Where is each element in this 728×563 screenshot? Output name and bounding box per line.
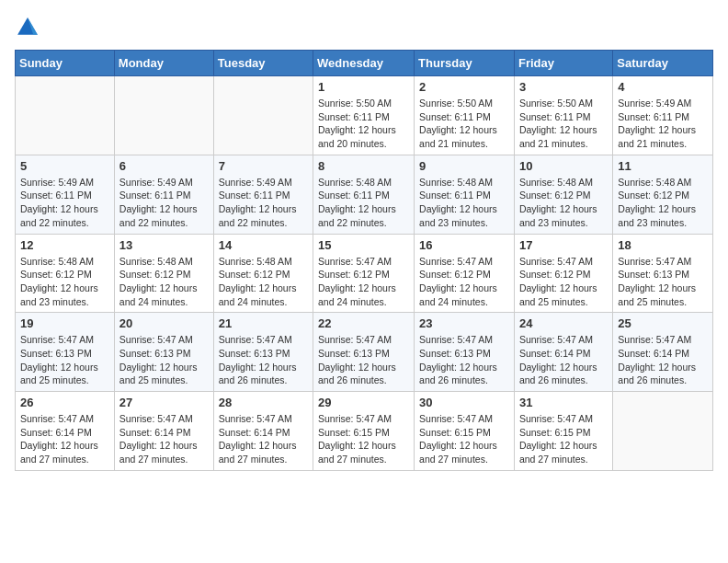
calendar-cell: 3Sunrise: 5:50 AM Sunset: 6:11 PM Daylig… — [514, 76, 612, 155]
day-number: 4 — [618, 80, 708, 94]
day-info: Sunrise: 5:47 AM Sunset: 6:13 PM Dayligh… — [20, 333, 109, 387]
day-number: 7 — [219, 159, 308, 173]
day-number: 12 — [20, 238, 109, 252]
day-info: Sunrise: 5:49 AM Sunset: 6:11 PM Dayligh… — [618, 97, 708, 151]
day-info: Sunrise: 5:48 AM Sunset: 6:12 PM Dayligh… — [219, 255, 308, 309]
calendar-cell: 19Sunrise: 5:47 AM Sunset: 6:13 PM Dayli… — [16, 313, 115, 392]
day-info: Sunrise: 5:48 AM Sunset: 6:12 PM Dayligh… — [618, 176, 708, 230]
calendar-cell: 13Sunrise: 5:48 AM Sunset: 6:12 PM Dayli… — [114, 234, 213, 313]
day-info: Sunrise: 5:48 AM Sunset: 6:11 PM Dayligh… — [419, 176, 509, 230]
day-number: 23 — [419, 316, 509, 330]
day-info: Sunrise: 5:47 AM Sunset: 6:14 PM Dayligh… — [119, 412, 209, 466]
day-info: Sunrise: 5:47 AM Sunset: 6:13 PM Dayligh… — [318, 333, 409, 387]
calendar-cell: 28Sunrise: 5:47 AM Sunset: 6:14 PM Dayli… — [213, 392, 313, 471]
day-number: 25 — [618, 316, 708, 330]
day-info: Sunrise: 5:47 AM Sunset: 6:14 PM Dayligh… — [618, 333, 708, 387]
calendar-cell: 23Sunrise: 5:47 AM Sunset: 6:13 PM Dayli… — [415, 313, 515, 392]
day-number: 20 — [119, 316, 209, 330]
calendar-cell: 4Sunrise: 5:49 AM Sunset: 6:11 PM Daylig… — [613, 76, 713, 155]
day-number: 31 — [519, 396, 608, 409]
day-info: Sunrise: 5:47 AM Sunset: 6:14 PM Dayligh… — [219, 412, 308, 466]
day-number: 26 — [20, 396, 109, 409]
day-number: 10 — [519, 159, 608, 173]
weekday-header-saturday: Saturday — [613, 51, 713, 76]
day-info: Sunrise: 5:47 AM Sunset: 6:13 PM Dayligh… — [219, 333, 308, 387]
calendar-cell: 10Sunrise: 5:48 AM Sunset: 6:12 PM Dayli… — [514, 155, 612, 234]
day-info: Sunrise: 5:47 AM Sunset: 6:13 PM Dayligh… — [618, 255, 708, 309]
calendar-cell — [613, 392, 713, 471]
calendar-cell: 11Sunrise: 5:48 AM Sunset: 6:12 PM Dayli… — [613, 155, 713, 234]
calendar-cell — [114, 76, 213, 155]
day-info: Sunrise: 5:47 AM Sunset: 6:12 PM Dayligh… — [419, 255, 509, 309]
week-row-4: 19Sunrise: 5:47 AM Sunset: 6:13 PM Dayli… — [16, 313, 713, 392]
calendar-cell: 12Sunrise: 5:48 AM Sunset: 6:12 PM Dayli… — [16, 234, 115, 313]
logo — [15, 15, 44, 40]
day-number: 2 — [419, 80, 509, 94]
weekday-header-tuesday: Tuesday — [213, 51, 313, 76]
calendar-cell — [16, 76, 115, 155]
day-info: Sunrise: 5:47 AM Sunset: 6:12 PM Dayligh… — [318, 255, 409, 309]
day-info: Sunrise: 5:48 AM Sunset: 6:11 PM Dayligh… — [318, 176, 409, 230]
calendar-cell: 21Sunrise: 5:47 AM Sunset: 6:13 PM Dayli… — [213, 313, 313, 392]
calendar-cell: 6Sunrise: 5:49 AM Sunset: 6:11 PM Daylig… — [114, 155, 213, 234]
day-info: Sunrise: 5:49 AM Sunset: 6:11 PM Dayligh… — [219, 176, 308, 230]
calendar-cell: 16Sunrise: 5:47 AM Sunset: 6:12 PM Dayli… — [415, 234, 515, 313]
day-number: 21 — [219, 316, 308, 330]
calendar-cell: 5Sunrise: 5:49 AM Sunset: 6:11 PM Daylig… — [16, 155, 115, 234]
day-info: Sunrise: 5:47 AM Sunset: 6:14 PM Dayligh… — [20, 412, 109, 466]
day-number: 1 — [318, 80, 409, 94]
calendar-cell: 31Sunrise: 5:47 AM Sunset: 6:15 PM Dayli… — [514, 392, 612, 471]
calendar-cell: 1Sunrise: 5:50 AM Sunset: 6:11 PM Daylig… — [313, 76, 415, 155]
page-header — [15, 15, 713, 40]
day-number: 14 — [219, 238, 308, 252]
calendar-cell: 26Sunrise: 5:47 AM Sunset: 6:14 PM Dayli… — [16, 392, 115, 471]
day-number: 22 — [318, 316, 409, 330]
day-number: 17 — [519, 238, 608, 252]
calendar-cell: 22Sunrise: 5:47 AM Sunset: 6:13 PM Dayli… — [313, 313, 415, 392]
weekday-header-monday: Monday — [114, 51, 213, 76]
calendar-cell: 2Sunrise: 5:50 AM Sunset: 6:11 PM Daylig… — [415, 76, 515, 155]
calendar-cell: 20Sunrise: 5:47 AM Sunset: 6:13 PM Dayli… — [114, 313, 213, 392]
calendar-cell: 25Sunrise: 5:47 AM Sunset: 6:14 PM Dayli… — [613, 313, 713, 392]
calendar-table: SundayMondayTuesdayWednesdayThursdayFrid… — [15, 50, 713, 471]
calendar-cell: 8Sunrise: 5:48 AM Sunset: 6:11 PM Daylig… — [313, 155, 415, 234]
day-number: 8 — [318, 159, 409, 173]
week-row-2: 5Sunrise: 5:49 AM Sunset: 6:11 PM Daylig… — [16, 155, 713, 234]
logo-icon — [15, 15, 40, 40]
day-number: 16 — [419, 238, 509, 252]
calendar-cell: 17Sunrise: 5:47 AM Sunset: 6:12 PM Dayli… — [514, 234, 612, 313]
week-row-3: 12Sunrise: 5:48 AM Sunset: 6:12 PM Dayli… — [16, 234, 713, 313]
day-info: Sunrise: 5:47 AM Sunset: 6:12 PM Dayligh… — [519, 255, 608, 309]
day-number: 18 — [618, 238, 708, 252]
day-info: Sunrise: 5:47 AM Sunset: 6:15 PM Dayligh… — [519, 412, 608, 466]
calendar-cell: 9Sunrise: 5:48 AM Sunset: 6:11 PM Daylig… — [415, 155, 515, 234]
day-info: Sunrise: 5:49 AM Sunset: 6:11 PM Dayligh… — [119, 176, 209, 230]
day-info: Sunrise: 5:50 AM Sunset: 6:11 PM Dayligh… — [519, 97, 608, 151]
calendar-cell — [213, 76, 313, 155]
calendar-cell: 15Sunrise: 5:47 AM Sunset: 6:12 PM Dayli… — [313, 234, 415, 313]
day-number: 27 — [119, 396, 209, 409]
day-number: 5 — [20, 159, 109, 173]
weekday-header-row: SundayMondayTuesdayWednesdayThursdayFrid… — [16, 51, 713, 76]
day-number: 30 — [419, 396, 509, 409]
day-number: 19 — [20, 316, 109, 330]
day-info: Sunrise: 5:48 AM Sunset: 6:12 PM Dayligh… — [119, 255, 209, 309]
weekday-header-sunday: Sunday — [16, 51, 115, 76]
calendar-cell: 24Sunrise: 5:47 AM Sunset: 6:14 PM Dayli… — [514, 313, 612, 392]
day-info: Sunrise: 5:48 AM Sunset: 6:12 PM Dayligh… — [20, 255, 109, 309]
day-number: 9 — [419, 159, 509, 173]
day-info: Sunrise: 5:47 AM Sunset: 6:15 PM Dayligh… — [419, 412, 509, 466]
calendar-cell: 18Sunrise: 5:47 AM Sunset: 6:13 PM Dayli… — [613, 234, 713, 313]
day-number: 24 — [519, 316, 608, 330]
calendar-cell: 29Sunrise: 5:47 AM Sunset: 6:15 PM Dayli… — [313, 392, 415, 471]
day-number: 28 — [219, 396, 308, 409]
day-number: 11 — [618, 159, 708, 173]
day-info: Sunrise: 5:47 AM Sunset: 6:13 PM Dayligh… — [419, 333, 509, 387]
week-row-1: 1Sunrise: 5:50 AM Sunset: 6:11 PM Daylig… — [16, 76, 713, 155]
day-info: Sunrise: 5:47 AM Sunset: 6:15 PM Dayligh… — [318, 412, 409, 466]
day-number: 29 — [318, 396, 409, 409]
week-row-5: 26Sunrise: 5:47 AM Sunset: 6:14 PM Dayli… — [16, 392, 713, 471]
day-number: 3 — [519, 80, 608, 94]
day-number: 15 — [318, 238, 409, 252]
calendar-cell: 7Sunrise: 5:49 AM Sunset: 6:11 PM Daylig… — [213, 155, 313, 234]
